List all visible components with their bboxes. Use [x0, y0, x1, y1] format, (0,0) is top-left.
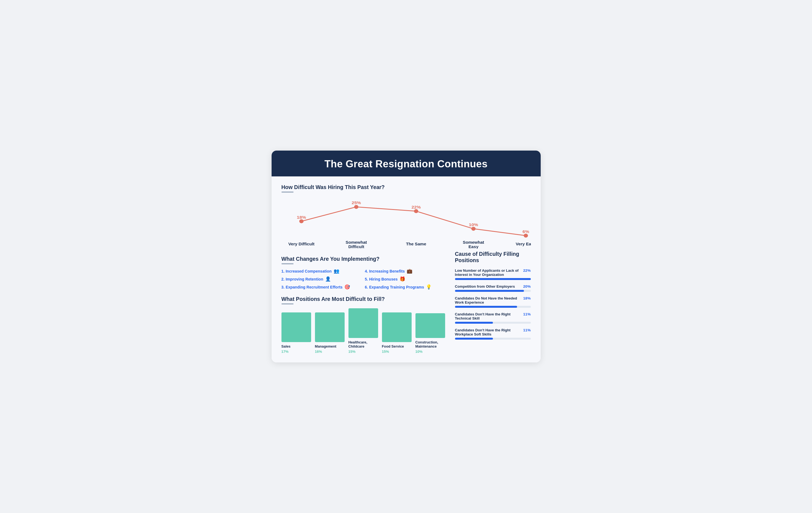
change-item-5: 5. Hiring Bonuses 🎁	[365, 276, 445, 282]
cause-item-2: Competition from Other Employers 20%	[455, 285, 531, 292]
label-10: 10%	[469, 222, 478, 227]
cause-bar-fill-1	[455, 278, 531, 280]
pos-sales: Sales 17%	[282, 313, 311, 354]
label-22: 22%	[411, 205, 421, 209]
cause-label-2: Competition from Other Employers	[455, 285, 521, 289]
change-icon-1: 👥	[334, 268, 340, 274]
cause-section: Cause of Difficulty Filling Positions Lo…	[455, 250, 531, 354]
cause-item-1: Low Number of Applicants or Lack of Inte…	[455, 268, 531, 280]
middle-row: What Changes Are You Implementing? 1. In…	[282, 250, 531, 354]
change-number-6: 6. Expanding Training Programs	[365, 285, 424, 289]
page-title: The Great Resignation Continues	[283, 158, 530, 170]
pos-label-sales: Sales	[282, 344, 291, 348]
pos-bar-management	[315, 313, 345, 342]
point-very-difficult	[299, 219, 303, 223]
left-column: What Changes Are You Implementing? 1. In…	[282, 250, 445, 354]
change-item-1: 1. Increased Compensation 👥	[282, 268, 361, 274]
cause-bar-fill-4	[455, 322, 493, 324]
pos-management: Management 16%	[315, 313, 345, 354]
pos-pct-management: 16%	[315, 350, 322, 354]
pos-label-management: Management	[315, 344, 337, 348]
pos-label-healthcare: Healthcare,Childcare	[348, 340, 368, 348]
label-18: 18%	[296, 215, 306, 219]
cause-label-4: Candidates Don't Have the Right Technica…	[455, 312, 521, 320]
pos-healthcare: Healthcare,Childcare 15%	[348, 308, 378, 354]
pos-bar-healthcare	[348, 308, 378, 338]
cause-label-row-2: Competition from Other Employers 20%	[455, 285, 531, 289]
point-same	[414, 209, 418, 213]
changes-section: What Changes Are You Implementing? 1. In…	[282, 256, 445, 290]
cause-pct-4: 11%	[523, 312, 530, 316]
cause-pct-3: 18%	[523, 296, 530, 300]
axis-somewhat-easy-2: Easy	[468, 244, 478, 249]
cause-label-row-3: Candidates Do Not Have the Needed Work E…	[455, 296, 531, 304]
axis-same: The Same	[406, 242, 426, 246]
pos-bar-construction	[415, 313, 445, 338]
change-number-2: 2. Improving Retention	[282, 277, 323, 281]
pos-construction: Construction,Maintenance 10%	[415, 313, 445, 354]
axis-very-easy: Very Easy	[516, 242, 531, 246]
change-icon-4: 💼	[407, 268, 412, 274]
change-item-6: 6. Expanding Training Programs 💡	[365, 284, 445, 290]
change-number-3: 3. Expanding Recruitment Efforts	[282, 285, 343, 289]
cause-pct-2: 20%	[523, 285, 530, 289]
change-icon-2: 👤	[325, 276, 331, 282]
change-icon-3: 🎯	[344, 284, 350, 290]
change-number-4: 4. Increasing Benefits	[365, 269, 405, 273]
pos-label-food: Food Service	[382, 344, 404, 348]
cause-label-row-4: Candidates Don't Have the Right Technica…	[455, 312, 531, 320]
cause-item-3: Candidates Do Not Have the Needed Work E…	[455, 296, 531, 308]
change-number-1: 1. Increased Compensation	[282, 269, 332, 273]
positions-bars: Sales 17% Management 16% Healthcare,Chil…	[282, 308, 445, 354]
cause-label-1: Low Number of Applicants or Lack of Inte…	[455, 268, 521, 277]
change-icon-5: 🎁	[400, 276, 405, 282]
hiring-divider	[282, 191, 294, 193]
change-item-4: 4. Increasing Benefits 💼	[365, 268, 445, 274]
axis-somewhat-difficult-2: Difficult	[348, 244, 364, 249]
change-item-3: 3. Expanding Recruitment Efforts 🎯	[282, 284, 361, 290]
label-25: 25%	[351, 200, 361, 205]
change-icon-6: 💡	[426, 284, 432, 290]
cause-title: Cause of Difficulty Filling Positions	[455, 251, 531, 264]
hiring-difficulty-section: How Difficult Was Hiring This Past Year?…	[282, 184, 531, 249]
line-chart-svg: 18% 25% 22% 10% 6% Very Difficult Somewh…	[282, 196, 531, 249]
cause-bar-fill-2	[455, 290, 524, 292]
main-card: The Great Resignation Continues How Diff…	[271, 151, 541, 362]
cause-bar-fill-5	[455, 338, 493, 340]
point-somewhat-difficult	[354, 205, 358, 209]
axis-somewhat-difficult: Somewhat	[345, 240, 367, 245]
change-item-2: 2. Improving Retention 👤	[282, 276, 361, 282]
positions-title: What Positions Are Most Difficult to Fil…	[282, 296, 445, 302]
positions-section: What Positions Are Most Difficult to Fil…	[282, 296, 445, 354]
cause-label-5: Candidates Don't Have the Right Workplac…	[455, 328, 521, 336]
cause-label-3: Candidates Do Not Have the Needed Work E…	[455, 296, 521, 304]
pos-food: Food Service 15%	[382, 313, 412, 354]
page-body: How Difficult Was Hiring This Past Year?…	[271, 177, 541, 362]
hiring-difficulty-title: How Difficult Was Hiring This Past Year?	[282, 184, 531, 190]
pos-pct-food: 15%	[382, 350, 389, 354]
changes-title: What Changes Are You Implementing?	[282, 256, 445, 262]
pos-pct-sales: 17%	[282, 350, 289, 354]
cause-bar-bg-3	[455, 306, 531, 308]
line-chart: 18% 25% 22% 10% 6% Very Difficult Somewh…	[282, 196, 531, 249]
point-somewhat-easy	[471, 227, 475, 231]
cause-pct-5: 11%	[523, 328, 530, 332]
cause-label-row-5: Candidates Don't Have the Right Workplac…	[455, 328, 531, 336]
pos-label-construction: Construction,Maintenance	[415, 340, 438, 348]
pos-pct-healthcare: 15%	[348, 350, 356, 354]
cause-bar-bg-5	[455, 338, 531, 340]
cause-item-4: Candidates Don't Have the Right Technica…	[455, 312, 531, 324]
point-very-easy	[524, 234, 528, 237]
cause-pct-1: 22%	[523, 268, 530, 273]
change-number-5: 5. Hiring Bonuses	[365, 277, 398, 281]
cause-item-5: Candidates Don't Have the Right Workplac…	[455, 328, 531, 340]
pos-bar-sales	[282, 313, 311, 342]
changes-divider	[282, 263, 294, 264]
cause-bar-bg-1	[455, 278, 531, 280]
cause-bar-bg-2	[455, 290, 531, 292]
cause-label-row-1: Low Number of Applicants or Lack of Inte…	[455, 268, 531, 277]
changes-grid: 1. Increased Compensation 👥 4. Increasin…	[282, 268, 445, 290]
page-header: The Great Resignation Continues	[271, 151, 541, 177]
axis-very-difficult: Very Difficult	[288, 242, 314, 246]
cause-bar-fill-3	[455, 306, 517, 308]
